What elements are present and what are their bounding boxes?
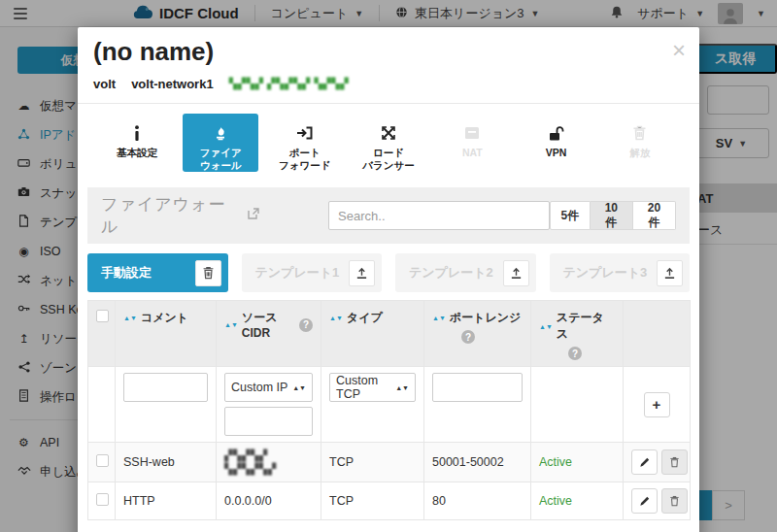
select-all-checkbox[interactable] [96,310,109,322]
sort-icon[interactable]: ▲▼ [329,316,343,320]
trash-icon [202,266,215,280]
firewall-rule-row: SSH-web ▞▚▞▚▞ ▚▞▚▞▚▞ TCP 50001-50002 Act… [88,443,691,482]
row-checkbox[interactable] [96,454,109,467]
firewall-rules-table: ▲▼ コメント ▲▼ ソースCIDR ? ▲▼ タイプ ▲▼ ポートレンジ ? … [87,300,691,520]
delete-rule-button[interactable] [661,449,688,475]
help-icon[interactable]: ? [461,330,475,344]
sort-icon[interactable]: ▲▼ [432,316,446,320]
upload-template-1-button[interactable] [349,260,375,286]
firewall-section-header: ファイアウォール 5件 10件 20件 [87,187,690,244]
comment-input[interactable] [123,373,208,402]
template-1-button[interactable]: テンプレート1 [242,253,383,292]
edit-rule-button[interactable] [631,488,658,514]
firewall-mode-buttons: 手動設定 テンプレート1 テンプレート2 テンプレート3 [87,253,690,292]
sort-icon[interactable]: ▲▼ [539,324,553,329]
arrow-into-bracket-icon [296,122,313,144]
rule-status: Active [531,482,624,520]
upload-template-3-button[interactable] [657,260,683,286]
rule-status: Active [531,443,624,482]
help-icon[interactable]: ? [568,347,582,360]
tab-vpn[interactable]: VPN [519,114,594,172]
select-spinner-icon: ▲▼ [395,385,409,390]
nat-box-icon [464,122,480,144]
delete-rules-button[interactable] [195,260,221,286]
source-cidr-input[interactable] [224,407,313,436]
rule-port-range: 80 [424,482,531,520]
pencil-icon [639,495,651,507]
modal-tab-bar: 基本設定 ファイア ウォール ポート フォワード ロード バランサー NAT [78,104,699,180]
redacted-source-cidr: ▞▚▞▚▞ ▚▞▚▞▚▞ [224,449,277,475]
tab-nat: NAT [434,114,510,172]
tab-basic-settings[interactable]: 基本設定 [99,114,175,172]
page-size-group: 5件 10件 20件 [550,201,676,230]
sort-icon[interactable]: ▲▼ [224,322,238,327]
tab-firewall[interactable]: ファイア ウォール [183,114,258,172]
redacted-ip-address: ▚▞▚▞ ▞▚▞▚▞ ▚▞▚▞ [229,78,350,90]
rule-source-cidr: 0.0.0.0/0 [217,482,321,520]
tab-release: 解放 [602,114,678,172]
rule-type: TCP [321,443,424,482]
rule-port-range: 50001-50002 [424,443,531,482]
rule-comment: HTTP [116,482,217,520]
upload-icon [663,267,676,280]
external-link-icon[interactable] [247,206,260,225]
page-size-10-button[interactable]: 10件 [591,201,633,230]
account-name: volt [93,77,116,91]
edit-rule-button[interactable] [631,449,658,475]
template-2-button[interactable]: テンプレート2 [395,253,536,292]
upload-template-2-button[interactable] [503,260,529,286]
close-icon[interactable]: × [672,39,686,62]
help-icon[interactable]: ? [299,318,313,332]
trash-icon [669,495,680,507]
table-header-row: ▲▼ コメント ▲▼ ソースCIDR ? ▲▼ タイプ ▲▼ ポートレンジ ? … [88,301,691,367]
select-spinner-icon: ▲▼ [292,385,306,390]
port-range-input[interactable] [432,373,523,402]
pencil-icon [639,456,651,468]
page-size-5-button[interactable]: 5件 [550,201,591,230]
sort-icon[interactable]: ▲▼ [123,316,137,320]
upload-icon [510,267,523,280]
cross-arrows-icon [381,122,396,144]
manual-setting-button[interactable]: 手動設定 [87,253,228,292]
trash-icon [632,122,647,144]
tab-load-balancer[interactable]: ロード バランサー [351,114,426,172]
trash-icon [669,456,680,468]
firewall-rule-row: HTTP 0.0.0.0/0 TCP 80 Active [88,482,691,520]
upload-icon [355,267,368,280]
network-detail-modal: (no name) × volt volt-network1 ▚▞▚▞ ▞▚▞▚… [78,27,699,532]
row-checkbox[interactable] [96,493,109,506]
source-type-select[interactable]: Custom IP ▲▼ [224,373,313,402]
new-rule-input-row: Custom IP ▲▼ Custom TCP ▲▼ + [88,367,691,443]
delete-rule-button[interactable] [661,488,688,514]
info-icon [133,122,141,144]
open-padlock-icon [548,122,564,144]
protocol-select[interactable]: Custom TCP ▲▼ [329,373,416,402]
flame-icon [213,122,228,144]
tab-port-forward[interactable]: ポート フォワード [267,114,343,172]
page-size-20-button[interactable]: 20件 [633,201,676,230]
network-name: volt-network1 [131,77,214,91]
add-rule-button[interactable]: + [644,392,670,417]
firewall-section-title: ファイアウォール [101,193,238,238]
template-3-button[interactable]: テンプレート3 [550,253,691,292]
search-input[interactable] [328,201,550,230]
rule-comment: SSH-web [116,443,217,482]
modal-title: (no name) [93,37,684,67]
rule-type: TCP [321,482,424,520]
